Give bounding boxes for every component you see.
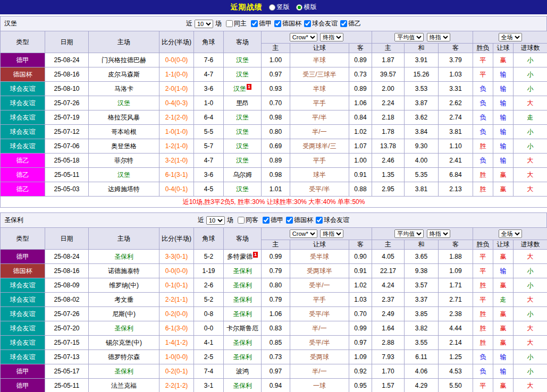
team-label: 多特蒙德 [227, 253, 253, 260]
asian-home-odds: 0.69 [262, 139, 290, 154]
recent-count-select[interactable]: 10 [195, 20, 213, 28]
match-date: 25-07-12 [45, 125, 89, 139]
team-label: 哥本哈根 [111, 128, 137, 135]
euro-home-odds: 2.88 [372, 336, 405, 350]
scope-group: 全场 [473, 31, 547, 44]
league-type: 球会友谊 [1, 307, 45, 321]
corners: 3-6 [194, 168, 224, 182]
match-date: 25-08-16 [45, 67, 89, 82]
scope-select[interactable]: 全场 [499, 33, 522, 41]
euro-home-odds: 22.17 [372, 264, 405, 278]
layout-option-horizontal[interactable]: 横版 [296, 3, 317, 12]
league-checkbox-input[interactable] [263, 217, 270, 224]
handicap-result: 输 [493, 82, 514, 96]
league-checkbox-input[interactable] [274, 20, 281, 27]
league-checkbox-input[interactable] [251, 20, 258, 27]
away-team: 汉堡 [224, 139, 262, 154]
euro-away-odds: 1.10 [439, 139, 473, 154]
corners: 5-5 [194, 125, 224, 139]
asian-home-odds: 0.80 [262, 278, 290, 293]
euro-home-odds: 1.64 [372, 321, 405, 336]
league-filter-checkbox[interactable]: 德国杯 [286, 216, 313, 225]
same-venue-checkbox[interactable]: 同主 [226, 19, 247, 28]
odds-company-select[interactable]: Crow* [290, 33, 317, 41]
home-team: 德罗特尔森 [89, 350, 159, 364]
results-body: 德甲25-08-24门兴格拉德巴赫0-0(0-0)7-6汉堡1.00半球0.89… [1, 53, 547, 197]
team-label: 汉堡 [236, 185, 249, 193]
match-result: 负 [473, 350, 493, 364]
score: 0-4(0-1) [159, 182, 194, 197]
goals-result: 小 [514, 67, 547, 82]
team-filter-bar: 汉堡 近 10 场 同主 德甲德国杯球会友谊德乙 [0, 16, 547, 31]
same-venue-checkbox[interactable]: 同客 [238, 216, 258, 225]
score: 3-2(1-0) [159, 154, 194, 168]
euro-draw-odds: 3.84 [405, 125, 439, 139]
layout-option-vertical[interactable]: 竖版 [269, 3, 290, 12]
league-filter-checkbox[interactable]: 德甲 [251, 19, 272, 28]
away-team: 波鸿 [224, 364, 262, 379]
team-label: 波鸿 [236, 368, 249, 375]
score: 1-1(0-0) [159, 67, 194, 82]
euro-home-odds: 2.00 [372, 82, 405, 96]
league-type: 德乙 [1, 154, 45, 168]
same-venue-checkbox-input[interactable] [226, 20, 233, 27]
euro-draw-odds: 3.81 [405, 182, 439, 197]
team-label: 锡尔克堡(中) [106, 339, 142, 346]
euro-odds-group: 平均值 终指 [372, 228, 473, 240]
header-group-row: 类型 日期 主场 比分(半场) 角球 客场 Crow* 终指 平均值 终指 [1, 228, 547, 240]
asian-away-odds: 0.95 [349, 379, 372, 392]
away-team: 汉堡 [224, 125, 262, 139]
euro-odds-stage-select[interactable]: 终指 [427, 33, 450, 41]
match-row: 球会友谊25-07-15锡尔克堡(中)1-4(1-2)4-1圣保利0.85受平/… [1, 336, 547, 350]
euro-draw-odds: 4.06 [405, 364, 439, 379]
league-checkbox-input[interactable] [304, 20, 311, 27]
asian-home-odds: 0.70 [262, 96, 290, 110]
match-result: 平 [473, 264, 493, 278]
league-filter-checkbox[interactable]: 德国杯 [274, 19, 301, 28]
euro-draw-odds: 3.57 [405, 278, 439, 293]
league-filter-checkbox[interactable]: 德乙 [340, 19, 361, 28]
asian-home-odds: 0.85 [262, 336, 290, 350]
match-date: 25-05-03 [45, 182, 89, 197]
asian-odds-stage-select[interactable]: 终指 [320, 33, 343, 41]
asian-home-odds: 0.73 [262, 350, 290, 364]
euro-away-odds: 2.13 [439, 182, 473, 197]
away-team: 卡尔斯鲁厄 [224, 321, 262, 336]
league-label: 德乙 [348, 19, 361, 28]
titlebar: 近期战绩 竖版 横版 [0, 0, 547, 14]
league-checkbox-input[interactable] [316, 217, 323, 224]
recent-count-select[interactable]: 10 [206, 216, 225, 225]
euro-odds-type-select[interactable]: 平均值 [394, 33, 424, 41]
euro-odds-type-select[interactable]: 平均值 [394, 229, 424, 238]
euro-away-odds: 6.84 [439, 168, 473, 182]
team-label: 汉堡 [236, 114, 249, 121]
match-result: 平 [473, 379, 493, 392]
euro-home-odds: 2.49 [372, 307, 405, 321]
goals-result: 大 [514, 154, 547, 168]
league-checkbox-input[interactable] [340, 20, 347, 27]
home-team: 奥登堡格 [89, 139, 159, 154]
league-filter-checkbox[interactable]: 德甲 [263, 216, 283, 225]
match-result: 负 [473, 364, 493, 379]
same-venue-checkbox-input[interactable] [238, 217, 245, 224]
radio-label: 竖版 [277, 3, 290, 12]
asian-odds-stage-select[interactable]: 终指 [320, 229, 343, 238]
match-row: 球会友谊25-08-09维罗纳(中)0-1(0-1)2-6圣保利0.80受半/一… [1, 278, 547, 293]
score: 2-2(1-1) [159, 293, 194, 307]
goals-result: 大 [514, 379, 547, 392]
asian-handicap: 受平/半 [290, 182, 349, 197]
odds-company-select[interactable]: Crow* [290, 229, 317, 238]
match-result: 平 [473, 67, 493, 82]
league-type: 德国杯 [1, 67, 45, 82]
corners: 4-1 [194, 336, 224, 350]
scope-select[interactable]: 全场 [499, 229, 522, 238]
col-corner: 角球 [194, 228, 224, 250]
league-filter-checkbox[interactable]: 球会友谊 [316, 216, 349, 225]
euro-odds-stage-select[interactable]: 终指 [427, 229, 450, 238]
away-team: 多特蒙德1 [224, 250, 262, 264]
team-filter-bar: 圣保利 近 10 场 同客 德甲德国杯球会友谊 [0, 212, 547, 227]
team-name: 汉堡 [4, 19, 17, 28]
league-filter-checkbox[interactable]: 球会友谊 [304, 19, 338, 28]
asian-away-odds: 1.02 [349, 125, 372, 139]
league-checkbox-input[interactable] [286, 217, 293, 224]
